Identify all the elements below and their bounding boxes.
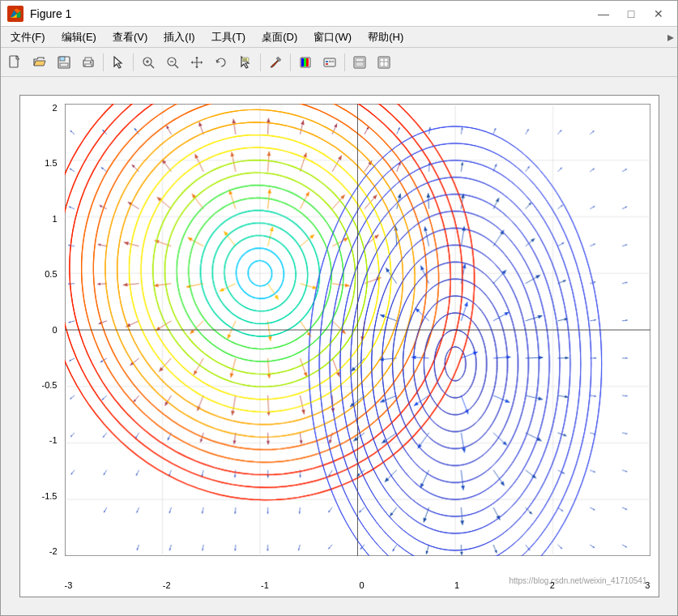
y-label-0.5: 0.5 (45, 270, 57, 279)
insert-colorbar-button[interactable] (294, 51, 317, 74)
y-label-2: 2 (52, 104, 57, 113)
svg-line-13 (151, 65, 154, 68)
y-label-1: 1 (52, 215, 57, 224)
menu-help[interactable]: 帮助(H) (361, 28, 410, 46)
x-label-1: 1 (454, 580, 459, 590)
svg-rect-9 (85, 58, 92, 61)
x-label-neg1: -1 (261, 580, 269, 590)
menu-bar: 文件(F) 编辑(E) 查看(V) 插入(I) 工具(T) 桌面(D) 窗口(W… (1, 27, 677, 48)
maximize-button[interactable]: □ (619, 4, 643, 24)
svg-rect-32 (356, 62, 364, 66)
zoom-out-button[interactable] (161, 51, 184, 74)
pan-button[interactable] (185, 51, 208, 74)
svg-rect-6 (60, 57, 65, 61)
toolbar: text (1, 48, 677, 77)
x-label-0: 0 (359, 580, 364, 590)
matlab-icon (7, 6, 23, 22)
window-title: Figure 1 (30, 7, 71, 20)
svg-point-11 (90, 62, 92, 63)
svg-rect-10 (85, 64, 92, 66)
title-left: Figure 1 (7, 6, 71, 22)
svg-rect-26 (306, 58, 309, 66)
plot-canvas (65, 104, 650, 556)
svg-rect-25 (304, 58, 306, 66)
rotate-button[interactable] (210, 51, 232, 74)
svg-text:text: text (329, 59, 335, 63)
brush-button[interactable] (264, 51, 287, 74)
menu-file[interactable]: 文件(F) (4, 28, 52, 46)
save-button[interactable] (53, 51, 75, 74)
x-label-neg2: -2 (163, 580, 171, 590)
zoom-in-button[interactable] (137, 51, 160, 74)
watermark: https://blog.csdn.net/weixin_41710541 (509, 576, 646, 585)
plot-area: 2 1.5 1 0.5 0 -0.5 -1 -1.5 -2 -3 -2 -1 0… (1, 77, 677, 615)
menu-edit[interactable]: 编辑(E) (55, 28, 103, 46)
menu-insert[interactable]: 插入(I) (157, 28, 201, 46)
x-label-neg3: -3 (65, 580, 73, 590)
menu-desktop[interactable]: 桌面(D) (255, 28, 304, 46)
minimize-button[interactable]: — (591, 4, 616, 24)
y-label-neg2: -2 (49, 547, 58, 556)
y-label-neg1.5: -1.5 (42, 492, 58, 501)
cursor-button[interactable] (107, 51, 130, 74)
svg-rect-24 (301, 58, 304, 66)
separator-5 (344, 53, 345, 71)
separator-1 (103, 53, 104, 71)
title-bar: Figure 1 — □ ✕ (1, 1, 677, 27)
insert-legend-button[interactable]: text (318, 51, 341, 74)
y-axis-labels: 2 1.5 1 0.5 0 -0.5 -1 -1.5 -2 (20, 104, 61, 556)
svg-rect-33 (356, 58, 364, 62)
y-label-1.5: 1.5 (45, 159, 57, 168)
figure-container: 2 1.5 1 0.5 0 -0.5 -1 -1.5 -2 -3 -2 -1 0… (19, 95, 659, 597)
matlab-logo-svg (9, 7, 22, 20)
new-button[interactable] (4, 51, 27, 74)
y-label-0: 0 (52, 326, 57, 335)
y-label-neg1: -1 (49, 436, 58, 445)
svg-line-17 (175, 65, 178, 68)
separator-2 (133, 53, 134, 71)
menu-tools[interactable]: 工具(T) (205, 28, 253, 46)
print-button[interactable] (77, 51, 100, 74)
menu-window[interactable]: 窗口(W) (307, 28, 358, 46)
open-button[interactable] (28, 51, 51, 74)
datacursor-button[interactable] (234, 51, 257, 74)
svg-rect-7 (60, 63, 68, 66)
menu-arrow: ▸ (667, 29, 674, 45)
matlab-figure-window: Figure 1 — □ ✕ 文件(F) 编辑(E) 查看(V) 插入(I) 工… (0, 0, 678, 616)
title-controls: — □ ✕ (591, 4, 671, 24)
close-button[interactable]: ✕ (646, 4, 671, 24)
separator-3 (260, 53, 261, 71)
property-editor-button[interactable] (373, 51, 395, 74)
plottools-button[interactable] (348, 51, 371, 74)
separator-4 (290, 53, 291, 71)
menu-view[interactable]: 查看(V) (106, 28, 154, 46)
y-label-neg0.5: -0.5 (42, 381, 58, 390)
